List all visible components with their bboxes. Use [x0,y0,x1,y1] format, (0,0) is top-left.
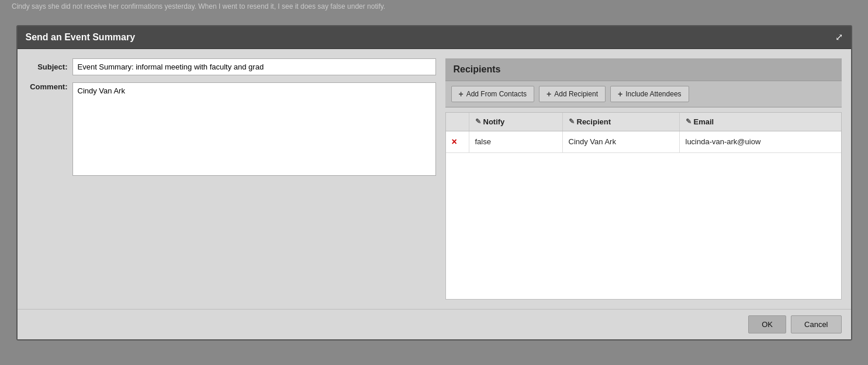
cell-email: lucinda-van-ark@uiow [680,131,841,152]
include-attendees-plus-icon: + [618,89,623,99]
ok-button[interactable]: OK [748,315,786,333]
add-contacts-label: Add From Contacts [466,90,527,98]
top-bar-text: Cindy says she did not receive her confi… [12,2,856,11]
cancel-button[interactable]: Cancel [791,315,841,333]
page-wrapper: Cindy says she did not receive her confi… [0,0,868,365]
col-recipient-label: Recipient [577,117,611,126]
notify-edit-icon: ✎ [475,117,481,126]
subject-row: Subject: [27,58,436,75]
email-edit-icon: ✎ [686,117,691,126]
recipient-edit-icon: ✎ [569,117,575,126]
col-email-label: Email [694,117,714,126]
add-recipient-button[interactable]: + Add Recipient [539,86,606,102]
comment-row: Comment: Cindy Van Ark [27,82,436,176]
dialog-footer: OK Cancel [18,309,851,339]
add-recipient-label: Add Recipient [554,90,598,98]
add-from-contacts-button[interactable]: + Add From Contacts [451,86,535,102]
expand-button[interactable]: ⤢ [835,33,843,42]
subject-input[interactable] [72,58,436,75]
include-attendees-button[interactable]: + Include Attendees [610,86,689,102]
col-notify-label: Notify [483,117,505,126]
cell-notify: false [469,131,563,152]
delete-row-button[interactable]: × [452,137,457,147]
cell-delete: × [446,131,469,152]
col-header-email: ✎ Email [680,113,841,131]
col-header-recipient: ✎ Recipient [563,113,680,131]
comment-textarea[interactable]: Cindy Van Ark [72,82,436,176]
subject-label: Subject: [27,62,68,71]
col-header-delete [446,113,469,131]
add-recipient-plus-icon: + [547,89,551,99]
left-panel: Subject: Comment: Cindy Van Ark [27,58,436,300]
add-contacts-plus-icon: + [459,89,464,99]
comment-label: Comment: [27,82,68,91]
dialog-titlebar: Send an Event Summary ⤢ [18,26,851,49]
dialog-title: Send an Event Summary [26,32,136,43]
dialog: Send an Event Summary ⤢ Subject: Comment… [16,25,852,340]
dialog-body: Subject: Comment: Cindy Van Ark Recipien… [18,49,851,309]
cell-recipient: Cindy Van Ark [563,131,680,152]
include-attendees-label: Include Attendees [625,90,681,98]
table-header-row: ✎ Notify ✎ Recipient ✎ Email [446,113,841,131]
recipients-header: Recipients [445,58,842,81]
recipients-table: ✎ Notify ✎ Recipient ✎ Email [445,112,842,300]
recipients-actions: + Add From Contacts + Add Recipient + In… [445,81,842,107]
right-panel: Recipients + Add From Contacts + Add Rec… [445,58,842,300]
col-header-notify: ✎ Notify [469,113,563,131]
table-row: × false Cindy Van Ark lucinda-van-ark@ui… [446,131,841,153]
